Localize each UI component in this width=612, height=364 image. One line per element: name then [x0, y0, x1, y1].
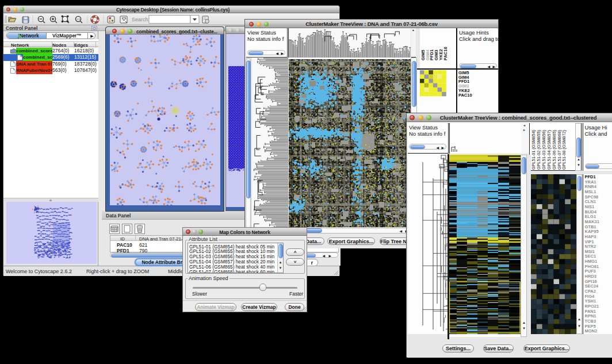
- svg-text:GPL51-06 (GSM865): GPL51-06 (GSM865): [552, 130, 557, 170]
- svg-text:1:1: 1:1: [76, 18, 81, 21]
- svg-text:GPL51-02 (GSM855): GPL51-02 (GSM855): [536, 130, 541, 170]
- svg-text:GPL51-01 (GSM854): GPL51-01 (GSM854): [531, 130, 536, 170]
- svg-text:Search:: Search:: [132, 17, 150, 22]
- svg-text:GPL51-04 (GSM857): GPL51-04 (GSM857): [546, 130, 552, 170]
- svg-text:GPL51-07 (GSM868): GPL51-07 (GSM868): [557, 130, 562, 170]
- svg-text:GPL51-03 (GSM856): GPL51-03 (GSM856): [541, 130, 546, 170]
- svg-text:GPL51-08 (GSM872): GPL51-08 (GSM872): [561, 130, 567, 170]
- svg-text:PAC10: PAC10: [443, 47, 448, 60]
